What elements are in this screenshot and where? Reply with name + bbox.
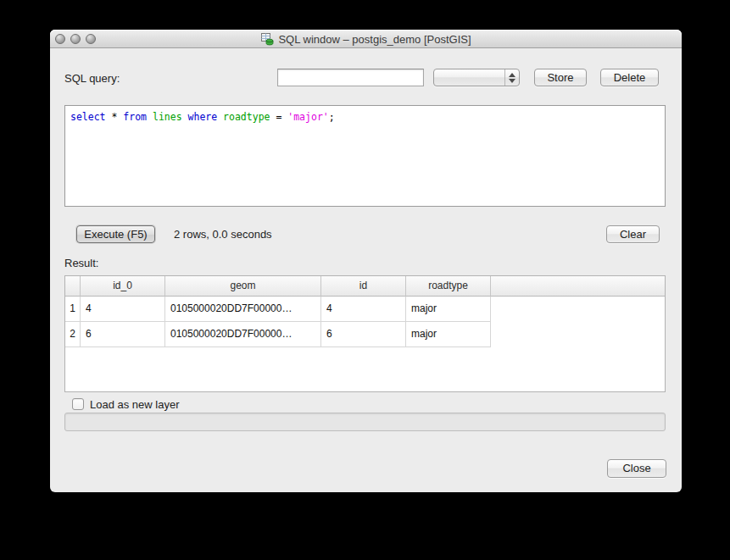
row-filler xyxy=(491,322,665,347)
sql-token: select xyxy=(70,111,106,123)
result-table-body: 140105000020DD7F00000…4major260105000020… xyxy=(65,297,665,347)
desktop-background: SQL window – postgis_demo [PostGIS] SQL … xyxy=(0,0,730,560)
sql-token: where xyxy=(188,111,218,123)
table-cell[interactable]: 6 xyxy=(81,322,165,347)
sql-token: 'major' xyxy=(287,111,328,123)
dropdown-arrows-icon xyxy=(504,69,519,86)
load-as-new-layer-checkbox[interactable] xyxy=(72,398,84,410)
clear-button[interactable]: Clear xyxy=(606,225,660,243)
corner-header-cell xyxy=(65,276,81,297)
sql-token xyxy=(182,111,188,123)
header-filler xyxy=(491,276,665,297)
layer-name-input xyxy=(64,413,666,431)
row-filler xyxy=(491,297,665,322)
column-header-id[interactable]: id xyxy=(321,276,406,297)
title-area: SQL window – postgis_demo [PostGIS] xyxy=(50,30,682,48)
row-number-cell: 1 xyxy=(65,297,81,322)
column-header-geom[interactable]: geom xyxy=(165,276,321,297)
status-text: 2 rows, 0.0 seconds xyxy=(174,228,272,241)
table-cell[interactable]: 6 xyxy=(321,322,406,347)
table-cell[interactable]: 0105000020DD7F00000… xyxy=(165,297,321,322)
column-header-roadtype[interactable]: roadtype xyxy=(406,276,491,297)
result-label: Result: xyxy=(64,257,98,269)
table-cell[interactable]: 4 xyxy=(321,297,406,322)
sql-editor[interactable]: select * from lines where roadtype = 'ma… xyxy=(64,105,666,207)
row-number-cell: 2 xyxy=(65,322,81,347)
table-cell[interactable]: major xyxy=(406,297,491,322)
result-table: id_0geomidroadtype 140105000020DD7F00000… xyxy=(64,275,666,392)
delete-button[interactable]: Delete xyxy=(600,69,659,86)
titlebar[interactable]: SQL window – postgis_demo [PostGIS] xyxy=(50,30,682,48)
table-cell[interactable]: major xyxy=(406,322,491,347)
sql-token: * xyxy=(106,111,124,123)
sql-token: = xyxy=(270,111,287,123)
table-row[interactable]: 140105000020DD7F00000…4major xyxy=(65,297,665,322)
table-row[interactable]: 260105000020DD7F00000…6major xyxy=(65,322,665,347)
sql-query-label: SQL query: xyxy=(64,72,120,85)
sql-code: select * from lines where roadtype = 'ma… xyxy=(70,111,660,124)
load-as-new-layer-label: Load as new layer xyxy=(90,398,180,411)
query-name-input[interactable] xyxy=(277,69,424,86)
stored-query-dropdown[interactable] xyxy=(433,69,520,86)
sql-token xyxy=(147,111,153,123)
table-cell[interactable]: 4 xyxy=(81,297,165,322)
sql-token: roadtype xyxy=(223,111,270,123)
sql-window-icon xyxy=(260,32,274,46)
sql-token: ; xyxy=(329,111,335,123)
sql-token: lines xyxy=(153,111,182,123)
sql-window-dialog: SQL window – postgis_demo [PostGIS] SQL … xyxy=(50,30,682,492)
window-title: SQL window – postgis_demo [PostGIS] xyxy=(278,33,471,46)
table-cell[interactable]: 0105000020DD7F00000… xyxy=(165,322,321,347)
execute-button[interactable]: Execute (F5) xyxy=(76,225,155,243)
close-button[interactable]: Close xyxy=(607,459,666,478)
load-layer-row: Load as new layer xyxy=(72,396,180,412)
result-table-header: id_0geomidroadtype xyxy=(65,276,665,297)
column-header-id_0[interactable]: id_0 xyxy=(81,276,165,297)
store-button[interactable]: Store xyxy=(534,69,587,86)
sql-token: from xyxy=(123,111,147,123)
